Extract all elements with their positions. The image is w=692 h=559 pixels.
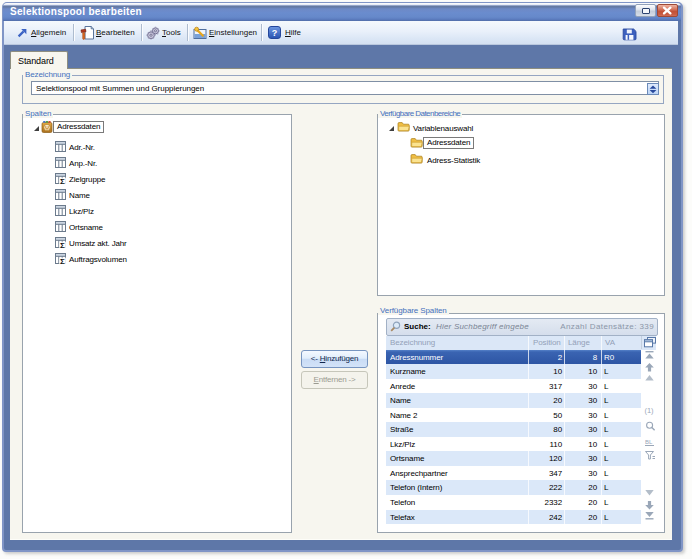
svg-text:Σ: Σ	[60, 177, 65, 184]
svg-text:Σ: Σ	[60, 257, 65, 264]
svg-text:Σ: Σ	[60, 241, 65, 248]
svg-text:BL: BL	[645, 439, 653, 445]
